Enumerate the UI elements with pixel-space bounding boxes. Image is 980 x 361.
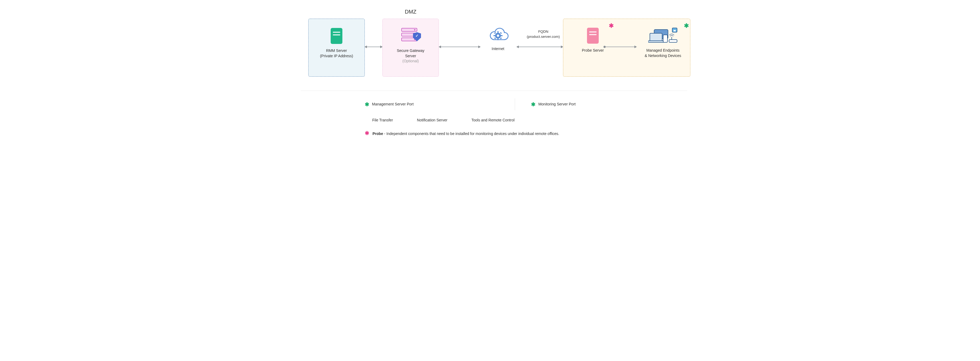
probe-label: Probe Server — [566, 48, 619, 53]
devices-label-1: Managed Endpoints — [635, 48, 690, 53]
legend-tools-remote: Tools and Remote Control — [471, 118, 514, 123]
asterisk-icon: ✱ — [365, 130, 369, 136]
asterisk-icon: ✱ — [365, 102, 369, 107]
sgs-label-1: Secure Gateway — [383, 48, 439, 54]
svg-rect-7 — [494, 37, 496, 39]
devices-column: ✱ Managed Endpoints & Networking Devices — [635, 19, 690, 77]
dmz-title: DMZ — [382, 8, 439, 16]
legend-probe-note: Probe - Independent components that need… — [372, 131, 559, 136]
separator — [515, 98, 515, 110]
svg-rect-17 — [674, 30, 676, 32]
cloud-gear-icon — [486, 26, 510, 43]
legend: ✱ Management Server Port ✱ Monitoring Se… — [365, 98, 679, 136]
divider — [301, 90, 687, 91]
asterisk-icon: ✱ — [684, 23, 689, 29]
svg-rect-4 — [501, 35, 503, 36]
devices-label-2: & Networking Devices — [635, 53, 690, 59]
legend-file-transfer: File Transfer — [372, 118, 393, 123]
rmm-label-2: (Private IP Address) — [309, 54, 364, 59]
server-icon — [309, 26, 364, 46]
secure-gateway-icon — [383, 26, 439, 46]
asterisk-icon: ✱ — [531, 102, 536, 107]
svg-rect-6 — [500, 37, 502, 39]
legend-monitoring-port: Monitoring Server Port — [538, 102, 576, 107]
zone-dmz: Secure Gateway Server (Optional) — [382, 19, 439, 77]
legend-notification-server: Notification Server — [417, 118, 447, 123]
svg-rect-3 — [493, 35, 495, 36]
fqdn-label: FQDN (product.server.com) — [523, 29, 563, 40]
rmm-label-1: RMM Server — [309, 48, 364, 54]
svg-rect-5 — [494, 32, 496, 34]
svg-rect-1 — [498, 31, 498, 33]
devices-icon — [635, 26, 690, 45]
zone-rmm: RMM Server (Private IP Address) — [308, 19, 365, 77]
arrow-dot-icon — [605, 47, 636, 47]
arrow-bidir-icon — [365, 47, 382, 47]
svg-rect-11 — [650, 33, 662, 41]
probe-column: ✱ Probe Server — [566, 19, 619, 77]
svg-rect-8 — [500, 32, 502, 34]
sgs-optional: (Optional) — [383, 59, 439, 64]
svg-rect-2 — [498, 39, 498, 40]
architecture-diagram: DMZ RMM Server (Private IP Address) Secu… — [285, 0, 695, 149]
svg-rect-14 — [669, 40, 677, 42]
sgs-label-2: Server — [383, 54, 439, 59]
asterisk-icon: ✱ — [609, 23, 614, 29]
arrow-bidir-icon — [517, 47, 563, 47]
svg-rect-13 — [663, 35, 667, 42]
svg-point-9 — [497, 35, 500, 37]
svg-rect-12 — [648, 41, 664, 42]
legend-management-port: Management Server Port — [372, 102, 414, 107]
arrow-bidir-icon — [439, 47, 480, 47]
